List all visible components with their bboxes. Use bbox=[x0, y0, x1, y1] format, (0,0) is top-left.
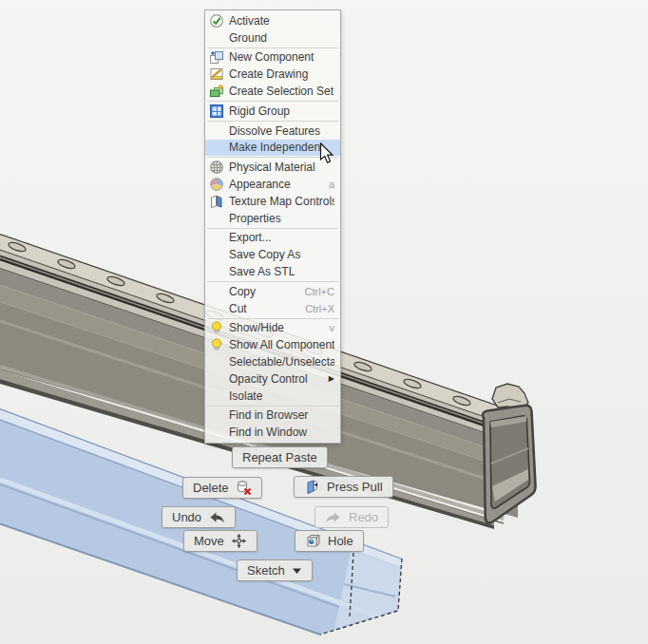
menu-shortcut: Ctrl+X bbox=[305, 303, 334, 314]
menu-item-label: Copy bbox=[229, 285, 299, 298]
redo-icon bbox=[325, 510, 342, 525]
menu-separator bbox=[207, 121, 338, 122]
menu-item-create-drawing[interactable]: Create Drawing bbox=[205, 66, 340, 83]
menu-item-label: Isolate bbox=[229, 389, 334, 403]
menu-item-find-in-window[interactable]: Find in Window bbox=[205, 424, 340, 441]
create-drawing-icon bbox=[209, 66, 224, 82]
menu-item-label: Ground bbox=[229, 31, 334, 45]
menu-item-make-independent[interactable]: Make Independent bbox=[205, 140, 340, 157]
menu-item-show-hide[interactable]: Show/Hide v bbox=[205, 320, 340, 337]
lightbulb-icon bbox=[209, 337, 224, 352]
menu-item-new-component[interactable]: New Component bbox=[205, 49, 340, 66]
menu-item-label: Dissolve Features bbox=[229, 124, 334, 138]
menu-item-properties[interactable]: Properties bbox=[205, 210, 340, 227]
menu-separator bbox=[207, 47, 338, 48]
menu-item-label: Appearance bbox=[229, 178, 323, 191]
menu-item-label: Make Independent bbox=[229, 141, 334, 154]
rigid-group-icon bbox=[209, 104, 224, 119]
menu-item-physical-material[interactable]: Physical Material bbox=[205, 159, 340, 176]
press-pull-button[interactable]: Press Pull bbox=[294, 476, 393, 498]
application-viewport: Activate Ground New Component Create Dra… bbox=[0, 0, 648, 644]
sketch-button[interactable]: Sketch bbox=[237, 559, 313, 581]
button-label: Repeat Paste bbox=[242, 450, 317, 464]
menu-separator bbox=[207, 281, 338, 282]
activate-icon bbox=[209, 13, 224, 28]
texture-map-icon bbox=[209, 194, 224, 209]
new-component-icon bbox=[209, 49, 224, 65]
button-label: Hole bbox=[328, 534, 353, 548]
menu-item-label: Rigid Group bbox=[229, 104, 334, 118]
menu-shortcut: v bbox=[330, 322, 335, 333]
physical-material-icon bbox=[209, 160, 224, 175]
button-label: Sketch bbox=[247, 563, 285, 578]
menu-item-label: Properties bbox=[229, 212, 334, 225]
hole-icon bbox=[305, 533, 321, 549]
button-label: Move bbox=[194, 534, 224, 548]
submenu-arrow-icon: ▶ bbox=[329, 374, 334, 383]
menu-item-dissolve-features[interactable]: Dissolve Features bbox=[205, 123, 340, 140]
menu-shortcut: a bbox=[329, 179, 334, 190]
menu-item-label: Show/Hide bbox=[229, 321, 324, 334]
menu-item-label: Show All Components bbox=[229, 338, 334, 351]
menu-item-label: Create Selection Set bbox=[229, 85, 334, 98]
icon-spacer bbox=[209, 388, 224, 404]
button-label: Press Pull bbox=[327, 480, 383, 494]
menu-item-label: Create Drawing bbox=[229, 67, 334, 81]
menu-item-copy[interactable]: Copy Ctrl+C bbox=[205, 283, 340, 300]
menu-separator bbox=[207, 406, 338, 407]
move-button[interactable]: Move bbox=[183, 530, 257, 552]
menu-item-label: Opacity Control bbox=[229, 372, 323, 386]
icon-spacer bbox=[209, 140, 224, 155]
delete-icon bbox=[236, 480, 252, 496]
menu-separator bbox=[207, 228, 338, 229]
menu-item-label: Cut bbox=[229, 302, 299, 315]
dropdown-caret-icon bbox=[292, 567, 302, 575]
menu-item-export[interactable]: Export... bbox=[205, 230, 340, 247]
delete-button[interactable]: Delete bbox=[182, 477, 262, 499]
menu-item-save-as-stl[interactable]: Save As STL bbox=[205, 263, 340, 280]
context-menu: Activate Ground New Component Create Dra… bbox=[204, 9, 341, 444]
button-label: Undo bbox=[172, 510, 201, 524]
menu-item-find-in-browser[interactable]: Find in Browser bbox=[205, 407, 340, 425]
menu-item-rigid-group[interactable]: Rigid Group bbox=[205, 103, 340, 120]
icon-spacer bbox=[209, 230, 224, 245]
menu-item-selectable-unselectable[interactable]: Selectable/Unselectable bbox=[205, 353, 340, 370]
icon-spacer bbox=[209, 30, 224, 46]
icon-spacer bbox=[209, 371, 224, 387]
lightbulb-icon bbox=[209, 320, 224, 335]
create-selection-set-icon bbox=[209, 84, 224, 99]
menu-separator bbox=[207, 101, 338, 102]
icon-spacer bbox=[209, 284, 224, 299]
menu-item-isolate[interactable]: Isolate bbox=[205, 388, 340, 405]
menu-item-cut[interactable]: Cut Ctrl+X bbox=[205, 300, 340, 317]
icon-spacer bbox=[209, 407, 224, 423]
menu-item-activate[interactable]: Activate bbox=[205, 12, 340, 29]
menu-item-texture-map-controls[interactable]: Texture Map Controls bbox=[205, 193, 340, 210]
menu-item-opacity-control[interactable]: Opacity Control ▶ bbox=[205, 370, 340, 388]
icon-spacer bbox=[209, 264, 224, 279]
menu-item-label: Find in Browser bbox=[229, 408, 334, 422]
undo-icon bbox=[208, 510, 225, 525]
menu-item-create-selection-set[interactable]: Create Selection Set bbox=[205, 83, 340, 100]
button-label: Delete bbox=[193, 481, 229, 495]
tube-end-cap bbox=[483, 406, 535, 523]
menu-item-save-copy-as[interactable]: Save Copy As bbox=[205, 246, 340, 263]
button-label: Redo bbox=[349, 510, 378, 524]
menu-item-label: Save Copy As bbox=[229, 248, 334, 261]
menu-item-label: Find in Window bbox=[229, 426, 334, 439]
redo-button[interactable]: Redo bbox=[314, 506, 389, 528]
menu-item-label: Activate bbox=[229, 14, 334, 28]
menu-item-label: Selectable/Unselectable bbox=[229, 355, 334, 369]
menu-separator bbox=[207, 318, 338, 319]
menu-item-appearance[interactable]: Appearance a bbox=[205, 176, 340, 193]
menu-item-label: Physical Material bbox=[229, 161, 334, 174]
menu-separator bbox=[207, 157, 338, 158]
undo-button[interactable]: Undo bbox=[162, 506, 236, 528]
menu-item-ground[interactable]: Ground bbox=[205, 29, 340, 47]
repeat-paste-button[interactable]: Repeat Paste bbox=[232, 446, 328, 468]
hole-button[interactable]: Hole bbox=[295, 530, 364, 552]
menu-item-label: New Component bbox=[229, 50, 334, 64]
icon-spacer bbox=[209, 425, 224, 440]
menu-item-show-all-components[interactable]: Show All Components bbox=[205, 336, 340, 353]
press-pull-icon bbox=[304, 479, 320, 495]
